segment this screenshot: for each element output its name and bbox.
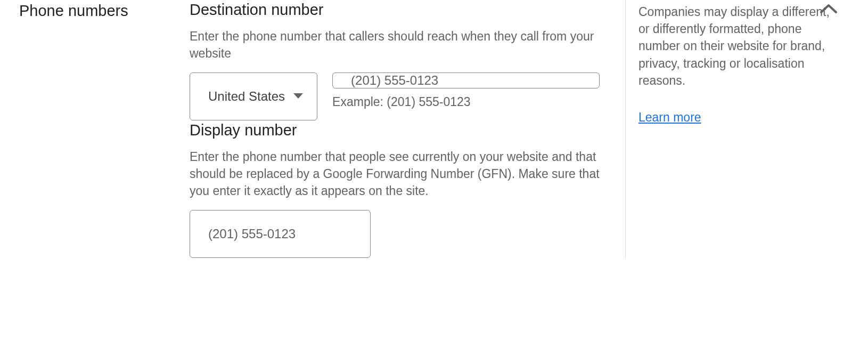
destination-phone-input[interactable] bbox=[332, 72, 600, 88]
chevron-up-icon bbox=[819, 3, 838, 15]
destination-heading: Destination number bbox=[190, 0, 600, 20]
country-select-value: United States bbox=[208, 89, 285, 104]
destination-description: Enter the phone number that callers shou… bbox=[190, 28, 600, 62]
display-section: Display number Enter the phone number th… bbox=[190, 120, 600, 258]
display-phone-input[interactable] bbox=[190, 210, 371, 258]
collapse-button[interactable] bbox=[819, 3, 838, 17]
display-heading: Display number bbox=[190, 120, 600, 141]
tip-text: Companies may display a different, or di… bbox=[638, 3, 830, 89]
destination-example-label: Example: (201) 555-0123 bbox=[332, 95, 600, 109]
svg-marker-0 bbox=[293, 93, 303, 99]
display-description: Enter the phone number that people see c… bbox=[190, 148, 600, 200]
vertical-divider bbox=[625, 0, 626, 258]
section-title: Phone numbers bbox=[19, 0, 190, 21]
learn-more-link[interactable]: Learn more bbox=[638, 110, 701, 125]
destination-section: Destination number Enter the phone numbe… bbox=[190, 0, 600, 120]
country-select[interactable]: United States bbox=[190, 72, 317, 120]
caret-down-icon bbox=[293, 92, 303, 101]
